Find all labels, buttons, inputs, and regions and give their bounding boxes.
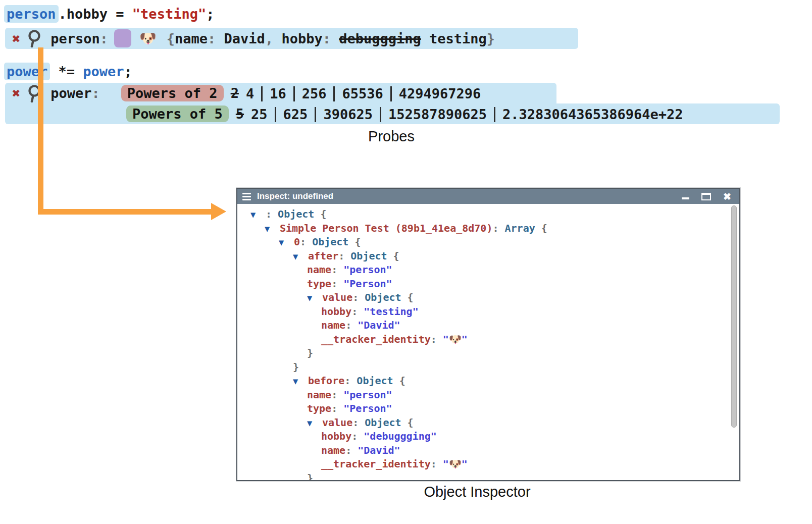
text-segment-punct: { [535,222,547,234]
text-segment-punct: : [352,416,365,429]
probe-variable-label: power: [50,85,100,101]
text-segment-punct: : [331,402,343,414]
arrow-head [211,203,226,220]
text-segment-str: "🐶" [443,333,468,345]
close-button[interactable]: ✖ [723,192,731,201]
text-segment-str: "Person" [343,278,392,290]
text-segment-punct: : [331,264,343,276]
expand-triangle-icon[interactable]: ▼ [250,208,266,222]
expand-triangle-icon[interactable]: ▼ [293,250,308,264]
probe-value: 25 [251,107,268,122]
text-segment-punct: : [338,250,350,262]
tree-line: __tracker_identity: "🐶" [250,457,739,471]
text-segment-str: "Person" [343,402,392,414]
text-segment-punct: : [100,31,108,46]
text-segment-key: after [308,250,338,262]
tree-line: type: "Person" [250,402,739,416]
previous-value: 2 [231,85,239,101]
window-titlebar[interactable]: Inspect: undefined ✖ [237,189,739,204]
text-segment-key: __tracker_identity [321,458,431,470]
text-segment-type: Object [350,250,387,262]
tree-line: ▼value: Object { [250,416,739,430]
menu-hamburger-icon[interactable] [242,193,251,200]
probe-value: 2.3283064365386964e+22 [502,107,683,122]
text-segment-plain: *= [50,64,83,79]
tree-line: } [250,471,739,481]
probe-value: 152587890625 [388,107,487,122]
text-segment-punct: } [307,347,313,359]
text-segment-punct: { [401,416,414,429]
text-segment-plain: power [50,85,91,101]
text-segment-punct: { [348,236,361,248]
expand-triangle-icon[interactable]: ▼ [307,416,322,431]
close-probe-icon[interactable]: ✖ [12,32,20,45]
text-segment-string: "testing" [132,6,206,22]
probe-power-row-1: ✖ power: Powers of 2 2 41625665536429496… [5,83,556,103]
text-segment-plain: ; [124,64,132,79]
text-segment-plain: David [224,31,265,46]
object-tree: ▼: Object {▼Simple Person Test (89b1_41e… [237,204,739,480]
text-segment-key: before [308,375,344,387]
tree-line: type: "Person" [250,277,739,291]
tree-line: ▼: Object { [250,207,739,222]
text-segment-punct: : [300,236,312,248]
expand-triangle-icon[interactable]: ▼ [265,222,280,236]
series-chip-powers-of-5: Powers of 5 [126,106,229,122]
tree-line: ▼Simple Person Test (89b1_41ea_8d70): Ar… [250,222,739,236]
text-segment-plain: ; [206,6,214,22]
value-separator [333,86,335,101]
tree-line: } [250,346,739,360]
value-separator [315,107,316,122]
text-segment-key: name [321,319,345,331]
tree-line: name: "David" [250,444,739,458]
text-segment-str: "person" [343,264,392,276]
tree-line: ▼after: Object { [250,249,739,264]
text-segment-punct: , [265,31,282,46]
vertical-scrollbar[interactable] [731,205,737,428]
text-segment-punct: : [344,375,357,387]
minimize-button[interactable] [682,197,689,199]
expand-triangle-icon[interactable]: ▼ [279,236,294,250]
text-segment-type: Object [365,416,401,429]
probe-power-row-2: Powers of 5 5 256253906251525878906252.3… [5,103,780,124]
text-segment-key: 0 [294,236,300,248]
tree-line: ▼value: Object { [250,291,739,305]
expand-triangle-icon[interactable]: ▼ [307,291,322,305]
text-segment-key: hobby [321,305,351,318]
text-segment-punct: { [167,31,175,46]
text-segment-type: Object [365,291,401,303]
text-segment-punct: { [393,375,405,387]
arrow-vertical-line [38,47,43,215]
series-chip-powers-of-2: Powers of 2 [121,85,224,101]
text-segment-key: name [307,389,331,401]
value-separator [380,107,381,122]
tree-line: name: "person" [250,263,739,277]
text-segment-type: Object [312,236,348,248]
previous-value: 5 [236,106,244,122]
text-segment-punct: { [314,208,326,220]
close-probe-icon[interactable]: ✖ [12,86,20,100]
text-segment-str: "David" [358,319,400,331]
object-identity-swatch[interactable] [114,29,131,47]
inspect-magnifier-icon[interactable] [26,29,41,47]
text-segment-punct: : [352,291,365,303]
probe-value: 16 [270,86,286,101]
text-segment-key: name [307,264,331,276]
text-segment-plain: testing [421,31,487,46]
text-segment-type: Array [505,222,535,234]
maximize-button[interactable] [701,193,711,200]
probe-value: 256 [302,86,327,101]
expand-triangle-icon[interactable]: ▼ [293,375,308,389]
text-segment-str: "testing" [364,305,418,318]
text-segment-plain: name [175,31,208,46]
text-segment-key: value [322,416,352,429]
text-segment-str: "David" [358,444,400,456]
text-segment-punct: : [492,222,504,234]
text-segment-punct: : [323,31,339,46]
text-segment-key: type [307,402,331,414]
value-separator [275,107,276,122]
text-segment-punct: : [351,430,364,442]
probe-value: 4 [246,86,254,101]
text-segment-punct: : [266,208,278,220]
value-separator [261,86,263,101]
